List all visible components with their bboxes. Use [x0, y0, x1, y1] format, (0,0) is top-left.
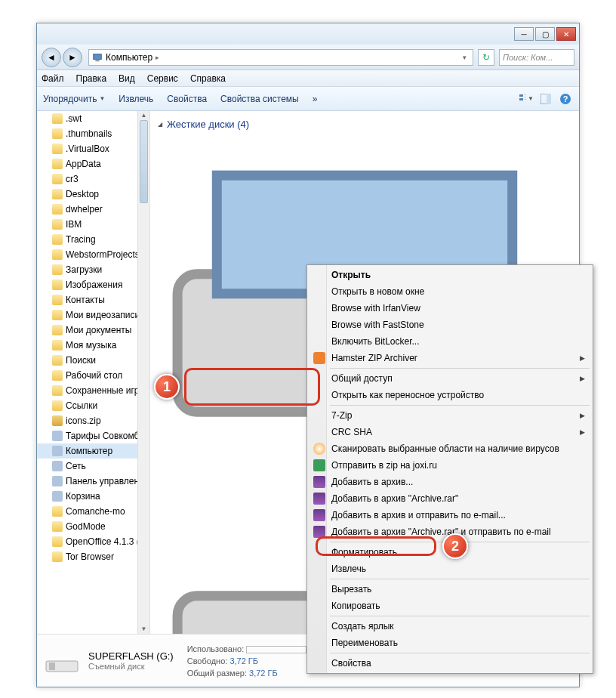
ctx-open-new-window[interactable]: Открыть в новом окне	[309, 283, 591, 300]
ctx-add-rar[interactable]: Добавить в архив "Archive.rar"	[309, 490, 591, 507]
scroll-thumb[interactable]	[140, 120, 148, 203]
submenu-arrow-icon: ▶	[580, 375, 585, 382]
ctx-open[interactable]: Открыть	[309, 267, 591, 283]
ctx-copy[interactable]: Копировать	[309, 598, 591, 614]
maximize-button[interactable]: ▢	[535, 27, 555, 41]
menu-file[interactable]: Файл	[42, 73, 64, 84]
back-button[interactable]: ◄	[42, 48, 61, 67]
sidebar-item-label: Ссылки	[66, 400, 97, 411]
menu-view[interactable]: Вид	[119, 73, 135, 84]
ctx-7zip[interactable]: 7-Zip▶	[309, 407, 591, 424]
sidebar-item[interactable]: Мои документы	[37, 323, 149, 338]
toolbar: Упорядочить▼ Извлечь Свойства Свойства с…	[37, 87, 579, 111]
sidebar-item[interactable]: Сохраненные игры	[37, 383, 149, 398]
sidebar-item[interactable]: Сеть	[37, 459, 149, 474]
minimize-button[interactable]: ─	[514, 27, 534, 41]
ctx-irfanview[interactable]: Browse with IrfanView	[309, 300, 591, 317]
folder-icon	[52, 536, 63, 547]
sidebar-item[interactable]: Ссылки	[37, 398, 149, 413]
sidebar-item[interactable]: Загрузки	[37, 262, 149, 277]
ctx-portable[interactable]: Открыть как переносное устройство	[309, 387, 591, 403]
eject-button[interactable]: Извлечь	[119, 94, 153, 104]
sidebar-item[interactable]: Tor Browser	[37, 549, 149, 564]
view-mode-button[interactable]: ▼	[519, 91, 534, 107]
system-properties-button[interactable]: Свойства системы	[220, 94, 299, 104]
sidebar-item[interactable]: OpenOffice 4.1.3 (ru) In:	[37, 534, 149, 549]
ctx-add-email[interactable]: Добавить в архив и отправить по e-mail..…	[309, 507, 591, 524]
preview-pane-button[interactable]	[538, 91, 553, 107]
sidebar-item[interactable]: .thumbnails	[37, 126, 149, 141]
ctx-scan[interactable]: Сканировать выбранные области на наличие…	[309, 440, 591, 457]
folder-icon	[52, 159, 63, 169]
sidebar-item[interactable]: .swt	[37, 111, 149, 126]
ctx-faststone[interactable]: Browse with FastStone	[309, 317, 591, 333]
sidebar-item[interactable]: Рабочий стол	[37, 368, 149, 383]
sidebar-item[interactable]: Comanche-mo	[37, 504, 149, 519]
annotation-bubble-2: 2	[442, 533, 468, 559]
sidebar-item[interactable]: Тарифы Совкомбанк	[37, 428, 149, 443]
refresh-icon: ↻	[482, 52, 490, 63]
sidebar-item[interactable]: WebstormProjects	[37, 247, 149, 262]
ctx-share[interactable]: Общий доступ▶	[309, 370, 591, 387]
annotation-bubble-1: 1	[154, 374, 180, 400]
sidebar-item[interactable]: Моя музыка	[37, 338, 149, 353]
folder-icon	[52, 551, 63, 562]
computer-icon	[92, 52, 103, 63]
avast-icon	[313, 443, 325, 455]
folder-icon	[52, 280, 63, 290]
sidebar-item[interactable]: Корзина	[37, 489, 149, 504]
ctx-eject[interactable]: Извлечь	[309, 561, 591, 577]
more-button[interactable]: »	[313, 94, 318, 104]
ctx-hamster[interactable]: Hamster ZIP Archiver▶	[309, 350, 591, 366]
sidebar-item[interactable]: .VirtualBox	[37, 141, 149, 156]
sidebar-item-label: Панель управления	[66, 476, 149, 486]
sidebar-item[interactable]: AppData	[37, 156, 149, 171]
ctx-add-archive[interactable]: Добавить в архив...	[309, 474, 591, 490]
scroll-up-icon[interactable]: ▲	[138, 111, 149, 120]
folder-icon	[52, 128, 63, 139]
sidebar-item[interactable]: icons.zip	[37, 413, 149, 428]
help-button[interactable]: ?	[558, 91, 573, 107]
sidebar-item-label: Comanche-mo	[66, 506, 125, 517]
sidebar-item[interactable]: Изображения	[37, 277, 149, 292]
ctx-shortcut[interactable]: Создать ярлык	[309, 618, 591, 635]
submenu-arrow-icon: ▶	[580, 412, 585, 419]
sidebar-item[interactable]: Tracing	[37, 232, 149, 247]
sidebar-item[interactable]: IBM	[37, 217, 149, 232]
ctx-properties[interactable]: Свойства	[309, 655, 591, 672]
sidebar-item[interactable]: Контакты	[37, 292, 149, 307]
forward-button[interactable]: ►	[63, 48, 82, 67]
chevron-down-icon[interactable]: ▾	[463, 54, 467, 61]
group-hdd[interactable]: ◢Жесткие диски (4)	[150, 114, 579, 133]
folder-icon	[52, 113, 63, 124]
search-input[interactable]: Поиск: Ком...	[499, 49, 574, 66]
sidebar-item[interactable]: Мои видеозаписи	[37, 307, 149, 323]
search-placeholder: Поиск: Ком...	[503, 53, 553, 62]
sidebar-item[interactable]: Поиски	[37, 353, 149, 368]
svg-rect-1	[95, 60, 99, 61]
ctx-joxi[interactable]: Отправить в zip на joxi.ru	[309, 457, 591, 474]
sidebar-item[interactable]: cr3	[37, 171, 149, 187]
sidebar-item[interactable]: Панель управления	[37, 474, 149, 489]
ctx-crc[interactable]: CRC SHA▶	[309, 424, 591, 440]
ctx-rename[interactable]: Переименовать	[309, 635, 591, 651]
organize-button[interactable]: Упорядочить▼	[43, 94, 105, 104]
ctx-cut[interactable]: Вырезать	[309, 581, 591, 598]
refresh-button[interactable]: ↻	[478, 49, 494, 66]
ctx-bitlocker[interactable]: Включить BitLocker...	[309, 333, 591, 350]
menu-edit[interactable]: Правка	[76, 73, 107, 84]
details-stats: Использовано: Свободно: 3,72 ГБ Общий ра…	[187, 643, 307, 679]
folder-icon	[52, 310, 63, 320]
menu-help[interactable]: Справка	[190, 73, 226, 84]
menu-tools[interactable]: Сервис	[147, 73, 178, 84]
sidebar-item[interactable]: Desktop	[37, 187, 149, 202]
scroll-down-icon[interactable]: ▼	[138, 625, 149, 634]
sidebar-item[interactable]: GodMode	[37, 519, 149, 534]
sidebar-item[interactable]: dwhelper	[37, 202, 149, 217]
sidebar-scrollbar[interactable]: ▲ ▼	[137, 111, 149, 634]
svg-text:?: ?	[563, 94, 568, 103]
close-button[interactable]: ✕	[556, 27, 576, 41]
breadcrumb[interactable]: Компьютер ▸ ▾	[88, 49, 473, 66]
sidebar-item[interactable]: Компьютер	[37, 443, 149, 459]
properties-button[interactable]: Свойства	[167, 94, 207, 104]
